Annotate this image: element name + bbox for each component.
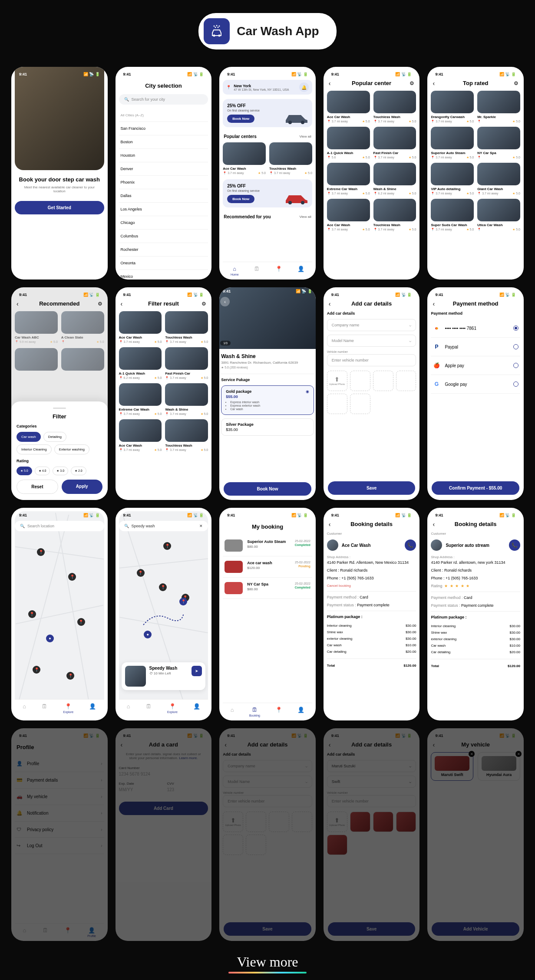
nav-booking[interactable]: 🗓 <box>146 703 152 714</box>
nav-booking[interactable]: 🗓 <box>43 927 48 937</box>
menu-item[interactable]: 💳 Payment details › <box>15 772 104 789</box>
nav-explore[interactable]: 📍 <box>64 927 71 937</box>
add-card-button[interactable]: Add Card <box>119 802 208 815</box>
uploaded-photo[interactable] <box>396 812 416 832</box>
city-item[interactable]: San Francisco <box>119 122 208 135</box>
call-button[interactable]: 📞 <box>405 539 416 551</box>
nav-explore[interactable]: 📍Explore <box>167 703 178 714</box>
map-pin[interactable]: 📍 <box>77 618 85 626</box>
center-card[interactable]: Touchless Wash 📍 3.7 mi away★ 5.0 <box>373 91 416 123</box>
exp-date-input[interactable]: MM/YY <box>119 787 160 792</box>
delete-icon[interactable]: ✕ <box>515 751 522 757</box>
center-card[interactable]: Car Wash ABC 📍 9.9 mi away★ 5.0 <box>15 311 58 344</box>
view-all-link[interactable]: View all <box>299 215 311 219</box>
card-number-input[interactable]: 1234 5678 9124 <box>119 772 208 776</box>
map-pin[interactable]: 📍 <box>163 542 171 550</box>
center-card[interactable]: Ace Car Wash 📍 3.7 mi away★ 5.0 <box>327 199 370 231</box>
center-card[interactable]: VIP Auto detailing 📍 3.7 mi away★ 5.0 <box>431 163 474 195</box>
upload-photo-button[interactable]: ⬆Upload Photo <box>327 371 347 391</box>
filter-chip[interactable]: Car wash <box>17 432 41 442</box>
menu-item[interactable]: 🔔 Notification › <box>15 805 104 822</box>
nav-explore[interactable]: 📍Explore <box>63 703 73 714</box>
menu-item[interactable]: 🚗 My vehicle › <box>15 789 104 805</box>
location-box[interactable]: 📍 New York47 W 13th St, New York, NY 100… <box>223 80 312 95</box>
map-view[interactable]: 📍 📍 📍 📍 ● 📍 📍 <box>15 511 104 717</box>
center-card[interactable]: Super Suds Car Wash 📍 3.7 mi away★ 5.0 <box>431 199 474 231</box>
center-card[interactable]: Utica Car Wash 📍 ★ 5.0 <box>477 199 520 231</box>
notification-icon[interactable]: 🔔 <box>299 82 309 92</box>
center-card[interactable]: Touchless Wash 📍 3.7 mi away★ 5.0 <box>269 142 312 175</box>
upload-photo-button[interactable]: ⬆Upload Photo <box>327 812 347 832</box>
package-silver[interactable]: Silver Package $35.00 <box>221 418 314 436</box>
uploaded-photo[interactable] <box>327 835 347 855</box>
back-button[interactable]: ‹ <box>220 297 230 306</box>
nav-profile[interactable]: 👤 <box>89 703 96 714</box>
center-card[interactable]: Ace Car Wash 📍 3.7 mi away★ 5.0 <box>223 142 266 175</box>
uploaded-photo[interactable] <box>350 812 370 832</box>
center-card[interactable]: Mr. Sparkle 📍 ★ 5.0 <box>477 91 520 123</box>
city-item[interactable]: Rochester <box>119 243 208 257</box>
center-card[interactable]: Fast Finish Car 📍 3.7 mi away★ 5.0 <box>373 127 416 159</box>
nav-profile[interactable]: 👤Profile <box>87 927 96 937</box>
center-card[interactable]: NY Car Spa 📍 ★ 5.0 <box>477 127 520 159</box>
back-button[interactable]: ‹ <box>329 741 331 748</box>
center-card[interactable]: Touchless Wash 📍 3.7 mi away★ 5.0 <box>165 419 208 452</box>
map-pin[interactable]: 📍 <box>137 569 145 577</box>
center-card[interactable]: Ace Car Wash 📍 3.7 mi away★ 5.0 <box>119 419 162 452</box>
add-vehicle-button[interactable]: Add Vehicle <box>432 922 519 936</box>
payment-option[interactable]: 🍎 Apple pay <box>431 356 520 375</box>
center-card[interactable]: A Clean Slate 📍 ★ 5.0 <box>61 311 104 344</box>
nav-booking[interactable]: 🗓Booking <box>249 707 260 717</box>
uploaded-photo[interactable] <box>373 812 393 832</box>
center-card[interactable]: Extreme Car Wash 📍 3.7 mi away★ 5.0 <box>119 383 162 416</box>
package-gold[interactable]: Gold package◉ $55.00 Express interior wa… <box>221 385 314 415</box>
back-button[interactable]: ‹ <box>433 521 435 528</box>
vehicle-number-input[interactable]: Enter vehicle number <box>327 354 416 366</box>
get-started-button[interactable]: Get Started <box>15 201 104 214</box>
city-item[interactable]: Oneonta <box>119 257 208 270</box>
filter-icon[interactable]: ⚙ <box>98 301 102 307</box>
vehicle-card[interactable]: ✕ Hyundai Aura <box>478 752 520 781</box>
back-button[interactable]: ‹ <box>121 741 123 748</box>
center-card[interactable]: Touchless Wash 📍 3.7 mi away★ 5.0 <box>165 311 208 344</box>
center-card[interactable]: Giant Car Wash 📍 3.7 mi away★ 5.0 <box>477 163 520 195</box>
center-card[interactable]: A-1 Quick Wash 📍 6.2 mi away★ 5.0 <box>119 347 162 380</box>
booking-item[interactable]: Ace car wash$120.00 25-02-2022Pending <box>223 556 312 578</box>
city-item[interactable]: Denver <box>119 162 208 176</box>
nav-profile[interactable]: 👤 <box>297 266 304 276</box>
center-card[interactable]: Ace Car Wash 📍 3.7 mi away★ 5.0 <box>327 91 370 123</box>
nav-home[interactable]: ⌂Home <box>231 266 239 276</box>
center-card[interactable]: Ace Car Wash 📍 3.7 mi away★ 5.0 <box>119 311 162 344</box>
nav-booking[interactable]: 🗓 <box>254 266 260 276</box>
clear-icon[interactable]: ✕ <box>199 524 203 528</box>
filter-chip[interactable]: Detailing <box>43 432 66 442</box>
nav-profile[interactable]: 👤 <box>193 703 200 714</box>
upload-photo-button[interactable]: ⬆Upload Photo <box>223 812 243 832</box>
cvv-input[interactable]: 123 <box>167 787 208 792</box>
model-select[interactable]: Model Name⌵ <box>327 335 416 347</box>
map-pin[interactable]: 📍 <box>159 583 167 591</box>
menu-item[interactable]: 👤 Profile › <box>15 756 104 772</box>
map-search-input[interactable]: 🔍Search location <box>15 521 104 531</box>
map-result-card[interactable]: Speedy Wash ⏱ 10 Min Left ➤ <box>122 662 206 690</box>
confirm-payment-button[interactable]: Confirm Payment - $55.00 <box>432 481 519 495</box>
back-button[interactable]: ‹ <box>433 300 435 307</box>
map-pin[interactable]: 📍 <box>28 610 36 618</box>
map-pin[interactable]: 📍 <box>68 573 76 581</box>
promo-book-button[interactable]: Book Now <box>227 115 254 123</box>
center-card[interactable]: A-1 Quick Wash 📍 5.6★ 5.0 <box>327 127 370 159</box>
cancel-booking-link[interactable]: Cancel booking <box>327 584 416 588</box>
menu-item[interactable]: 🛡 Privacy policy › <box>15 822 104 838</box>
center-card[interactable]: Touchless Wash 📍 3.7 mi away★ 5.0 <box>373 199 416 231</box>
filter-chip[interactable]: Interior Cleaning <box>17 444 52 454</box>
filter-icon[interactable]: ⚙ <box>201 301 206 307</box>
nav-home[interactable]: ⌂ <box>231 707 234 717</box>
model-select[interactable]: Swift⌵ <box>327 776 416 788</box>
back-button[interactable]: ‹ <box>121 300 123 307</box>
center-card[interactable]: Wash & Shine 📍 6.2 mi away★ 5.0 <box>373 163 416 195</box>
call-button[interactable]: 📞 <box>509 539 520 551</box>
city-item[interactable]: Dallas <box>119 189 208 203</box>
nav-home[interactable]: ⌂ <box>23 703 26 714</box>
center-card[interactable]: Wash & Shine 📍 3.7 mi away★ 5.0 <box>165 383 208 416</box>
city-search-input[interactable]: 🔍Search for your city <box>119 94 208 105</box>
